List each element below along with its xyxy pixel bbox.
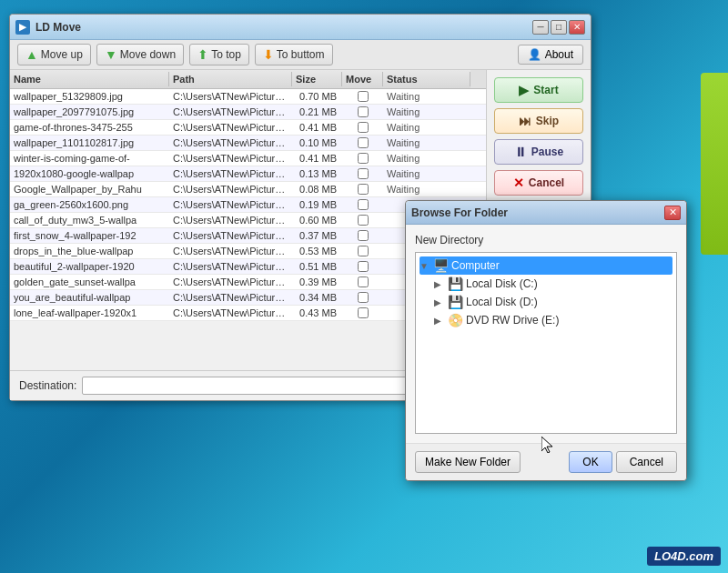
file-move-checkbox[interactable] [342,105,383,119]
file-move-checkbox[interactable] [342,197,383,212]
dialog-body: New Directory ▼ 🖥️ Computer ▶ 💾 Local Di… [406,225,686,443]
col-header-size: Size [292,72,342,86]
file-size: 0.10 MB [292,136,342,150]
file-move-checkbox[interactable] [342,306,383,320]
about-button[interactable]: 👤 About [518,45,583,65]
destination-label: Destination: [19,379,76,392]
file-size: 0.13 MB [292,166,342,181]
file-name: call_of_duty_mw3_5-wallpa [10,213,169,227]
cancel-button[interactable]: ✕ Cancel [494,170,583,196]
toolbar: ▲ Move up ▼ Move down ⬆ To top ⬇ To butt… [10,40,591,70]
maximize-button[interactable]: □ [551,20,567,35]
file-size: 0.51 MB [292,259,342,274]
to-bottom-button[interactable]: ⬇ To buttom [255,44,333,65]
file-name: golden_gate_sunset-wallpa [10,275,169,289]
dialog-title: Browse For Folder [411,206,664,219]
window-title: LD Move [35,21,532,34]
file-path: C:\Users\ATNew\Pictures\1080p [169,259,292,274]
tree-item-icon: 📀 [447,313,463,327]
tree-item-label: DVD RW Drive (E:) [466,314,559,327]
about-icon: 👤 [528,48,541,61]
make-folder-button[interactable]: Make New Folder [415,451,521,473]
tree-item[interactable]: ▼ 🖥️ Computer [420,256,672,275]
file-status: Waiting [383,89,486,104]
file-size: 0.43 MB [292,306,342,320]
close-button[interactable]: ✕ [569,20,585,35]
table-row[interactable]: 1920x1080-google-wallpap C:\Users\ATNew\… [10,166,486,182]
start-button[interactable]: ▶ Start [494,77,583,103]
file-path: C:\Users\ATNew\Pictures\1080p [169,306,292,320]
file-move-checkbox[interactable] [342,120,383,135]
table-row[interactable]: winter-is-coming-game-of- C:\Users\ATNew… [10,151,486,166]
file-path: C:\Users\ATNew\Pictures\1080p [169,136,292,150]
file-move-checkbox[interactable] [342,275,383,289]
table-row[interactable]: wallpaper_51329809.jpg C:\Users\ATNew\Pi… [10,89,486,105]
file-move-checkbox[interactable] [342,213,383,227]
file-move-checkbox[interactable] [342,259,383,274]
file-move-checkbox[interactable] [342,182,383,196]
move-up-button[interactable]: ▲ Move up [17,44,91,65]
file-move-checkbox[interactable] [342,290,383,305]
decoration-element [701,73,728,255]
dialog-cancel-button[interactable]: Cancel [616,451,677,473]
file-move-checkbox[interactable] [342,166,383,181]
pause-button[interactable]: ⏸ Pause [494,139,583,165]
file-size: 0.41 MB [292,151,342,166]
file-status: Waiting [383,120,486,135]
to-top-button[interactable]: ⬆ To top [189,44,249,65]
dialog-title-bar: Browse For Folder ✕ [406,201,686,225]
table-row[interactable]: Google_Wallpaper_by_Rahu C:\Users\ATNew\… [10,182,486,197]
file-move-checkbox[interactable] [342,244,383,258]
file-status: Waiting [383,105,486,119]
file-move-checkbox[interactable] [342,136,383,150]
tree-item[interactable]: ▶ 💾 Local Disk (C:) [420,275,672,293]
minimize-button[interactable]: ─ [532,20,549,35]
file-name: wallpaper_51329809.jpg [10,89,169,104]
tree-item[interactable]: ▶ 📀 DVD RW Drive (E:) [420,311,672,329]
list-header: Name Path Size Move Status [10,70,470,89]
watermark: LO4D.com [647,547,721,566]
file-name: wallpaper_2097791075.jpg [10,105,169,119]
file-path: C:\Users\ATNew\Pictures\1080p [169,182,292,196]
app-icon: ▶ [15,20,30,35]
file-size: 0.19 MB [292,197,342,212]
file-size: 0.60 MB [292,213,342,227]
folder-tree[interactable]: ▼ 🖥️ Computer ▶ 💾 Local Disk (C:) ▶ 💾 Lo… [415,252,677,434]
scroll-filler [470,70,486,89]
dialog-close-button[interactable]: ✕ [664,206,681,220]
move-up-icon: ▲ [25,47,38,62]
move-down-button[interactable]: ▼ Move down [96,44,184,65]
file-name: beautiful_2-wallpaper-1920 [10,259,169,274]
ok-button[interactable]: OK [569,451,612,473]
table-row[interactable]: wallpaper_2097791075.jpg C:\Users\ATNew\… [10,105,486,120]
tree-item-icon: 💾 [447,276,463,291]
table-row[interactable]: game-of-thrones-3475-255 C:\Users\ATNew\… [10,120,486,136]
file-status: Waiting [383,136,486,150]
col-header-name: Name [10,72,169,86]
cancel-icon: ✕ [513,176,524,190]
new-directory-label: New Directory [415,234,677,246]
title-bar-buttons: ─ □ ✕ [532,20,585,35]
to-bottom-icon: ⬇ [263,47,274,62]
file-name: 1920x1080-google-wallpap [10,166,169,181]
skip-button[interactable]: ⏭ Skip [494,108,583,134]
file-move-checkbox[interactable] [342,89,383,104]
file-name: wallpaper_1101102817.jpg [10,136,169,150]
col-header-move: Move [342,72,383,86]
file-move-checkbox[interactable] [342,151,383,166]
table-row[interactable]: wallpaper_1101102817.jpg C:\Users\ATNew\… [10,136,486,151]
tree-item-label: Local Disk (C:) [466,277,538,290]
tree-expander-icon: ▶ [434,279,447,289]
skip-icon: ⏭ [519,114,531,128]
file-size: 0.21 MB [292,105,342,119]
file-path: C:\Users\ATNew\Pictures\1080p [169,151,292,166]
tree-expander-icon: ▶ [434,316,447,326]
tree-item-label: Local Disk (D:) [466,296,538,308]
tree-expander-icon: ▶ [434,297,447,307]
file-size: 0.70 MB [292,89,342,104]
file-name: Google_Wallpaper_by_Rahu [10,182,169,196]
tree-item[interactable]: ▶ 💾 Local Disk (D:) [420,293,672,311]
file-move-checkbox[interactable] [342,228,383,243]
file-path: C:\Users\ATNew\Pictures\1080p [169,197,292,212]
browse-dialog: Browse For Folder ✕ New Directory ▼ 🖥️ C… [405,200,687,481]
